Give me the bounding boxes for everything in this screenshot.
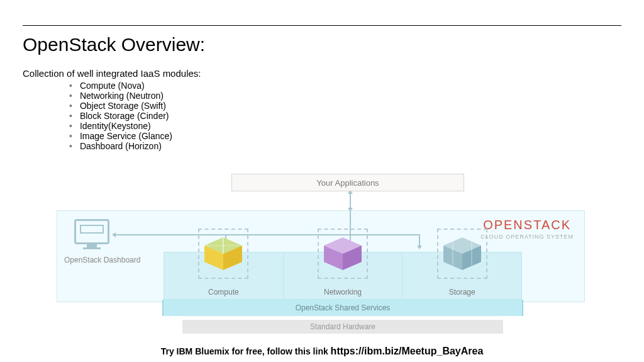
footer-text: Try IBM Bluemix for free, follow this li… [161, 346, 331, 356]
list-item: Object Storage (Swift) [69, 101, 172, 111]
platform-top: Compute Networking [164, 252, 522, 300]
cube-icon [443, 237, 481, 270]
cube-icon [204, 237, 242, 270]
footer: Try IBM Bluemix for free, follow this li… [0, 346, 644, 357]
architecture-diagram: Your Applications APIs OPENSTACK CLOUD O… [57, 174, 585, 344]
divider [23, 25, 621, 26]
dashboard-label: OpenStack Dashboard [64, 256, 140, 264]
brand-text: OPENSTACK [480, 218, 574, 232]
list-item: Networking (Neutron) [69, 91, 172, 101]
list-item: Identity(Keystone) [69, 121, 172, 131]
arrow-icon [350, 191, 351, 210]
storage-label: Storage [402, 288, 521, 297]
list-item: Compute (Nova) [69, 81, 172, 91]
cube-frame [437, 229, 487, 279]
monitor-base [83, 247, 101, 249]
connector-line [113, 234, 419, 235]
brand-subtext: CLOUD OPERATING SYSTEM [480, 234, 574, 240]
storage-column: Storage [402, 252, 521, 299]
networking-column: Networking [284, 252, 403, 299]
your-applications-box: Your Applications [231, 174, 464, 191]
monitor-screen [80, 225, 104, 234]
list-item: Image Service (Glance) [69, 131, 172, 141]
subtitle: Collection of well integrated IaaS modul… [23, 68, 201, 79]
cube-frame [198, 229, 248, 279]
monitor-icon [74, 219, 109, 244]
page-title: OpenStack Overview: [23, 34, 205, 55]
hardware-bar: Standard Hardware [182, 320, 503, 334]
footer-link[interactable]: https://ibm.biz/Meetup_BayArea [331, 346, 484, 356]
arrow-icon [419, 234, 420, 248]
compute-label: Compute [164, 288, 283, 297]
compute-column: Compute [164, 252, 284, 299]
list-item: Block Storage (Cinder) [69, 111, 172, 121]
shared-services-bar: OpenStack Shared Services [162, 300, 523, 316]
cube-icon [324, 237, 362, 270]
networking-label: Networking [284, 288, 402, 297]
openstack-brand: OPENSTACK CLOUD OPERATING SYSTEM [480, 218, 574, 240]
list-item: Dashboard (Horizon) [69, 141, 172, 151]
modules-list: Compute (Nova) Networking (Neutron) Obje… [69, 81, 172, 151]
cube-frame [318, 229, 368, 279]
